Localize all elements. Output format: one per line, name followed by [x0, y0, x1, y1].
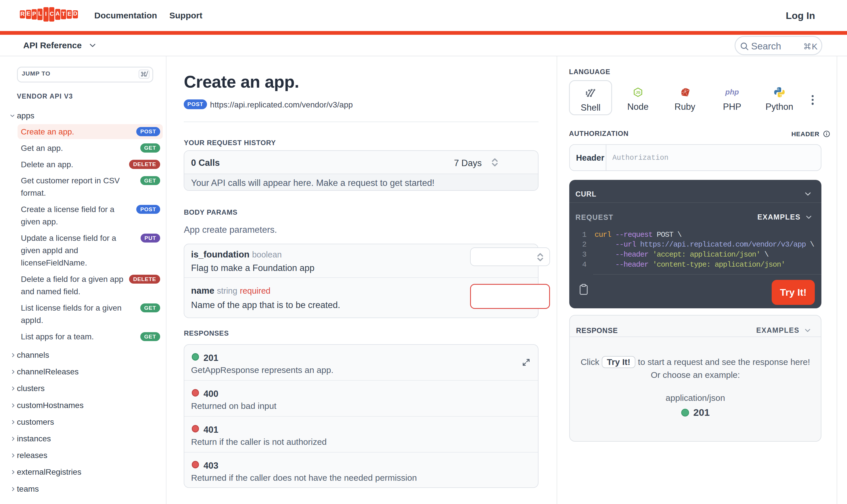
- svg-text:JS: JS: [636, 90, 640, 94]
